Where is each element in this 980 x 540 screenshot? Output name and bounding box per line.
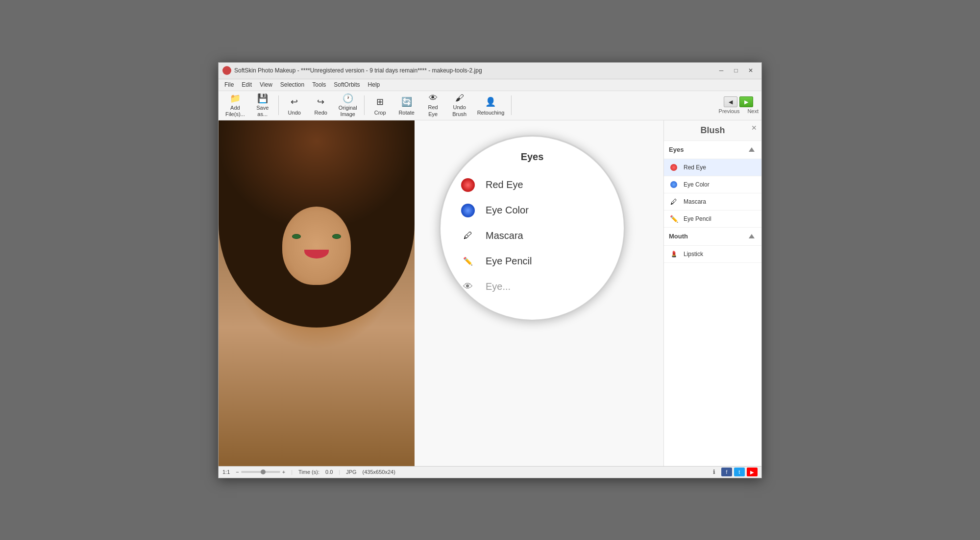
twitter-button[interactable]: t [734, 468, 745, 476]
panel-red-eye-label: Red Eye [684, 164, 706, 171]
zoom-circle: Eyes Red Eye Eye Color [439, 135, 625, 321]
eyes-collapse-button[interactable] [747, 145, 757, 155]
time-label: Time (s): [298, 469, 319, 475]
add-files-icon: 📁 [228, 93, 242, 104]
info-button[interactable]: ℹ [709, 468, 719, 476]
add-files-label: AddFile(s)... [225, 105, 245, 117]
app-icon [222, 66, 231, 75]
toolbar-separator-3 [511, 95, 512, 115]
menu-help[interactable]: Help [364, 80, 384, 89]
redo-button[interactable]: ↪ Redo [308, 93, 334, 118]
crop-label: Crop [374, 110, 386, 116]
zoom-eye-pencil-item[interactable]: ✏️ Eye Pencil [450, 249, 614, 274]
menu-tools[interactable]: Tools [308, 80, 330, 89]
zoom-red-eye-icon [460, 177, 476, 193]
menu-selection[interactable]: Selection [276, 80, 308, 89]
panel-eye-pencil-item[interactable]: ✏️ Eye Pencil [664, 211, 761, 228]
photo-canvas[interactable] [219, 120, 415, 466]
portrait-lips [304, 250, 329, 258]
time-value: 0.0 [325, 469, 333, 475]
undo-button[interactable]: ↩ Undo [282, 93, 307, 118]
save-as-button[interactable]: 💾 Saveas... [250, 93, 275, 118]
zoom-level: 1:1 [222, 469, 230, 475]
file-format: JPG [346, 469, 356, 475]
right-panel: Blush ✕ Eyes Red Eye [663, 120, 761, 466]
zoom-red-eye-item[interactable]: Red Eye [450, 172, 614, 198]
zoom-circle-inner: Eyes Red Eye Eye Color [441, 137, 624, 320]
rotate-label: Rotate [398, 110, 414, 116]
zoom-indicator: 1:1 [222, 469, 230, 475]
nav-controls: ◀ ▶ Previous Next [719, 96, 759, 114]
undo-label: Undo [288, 110, 301, 116]
main-content: Eyes Red Eye Eye Color [219, 120, 761, 466]
original-image-button[interactable]: 🕐 OriginalImage [335, 93, 361, 118]
panel-eye-pencil-label: Eye Pencil [684, 215, 711, 222]
save-as-icon: 💾 [256, 93, 270, 104]
save-as-label: Saveas... [256, 105, 269, 117]
window-title: SoftSkin Photo Makeup - ****Unregistered… [234, 67, 714, 74]
mouth-collapse-button[interactable] [747, 232, 757, 241]
panel-eye-pencil-icon: ✏️ [669, 214, 679, 224]
zoom-slider-container: − + [236, 469, 285, 475]
menu-file[interactable]: File [220, 80, 238, 89]
status-social-icons: ℹ f t ▶ [709, 468, 758, 476]
rotate-button[interactable]: 🔄 Rotate [394, 93, 419, 118]
close-button[interactable]: ✕ [744, 65, 758, 76]
panel-red-eye-icon [669, 163, 679, 172]
zoom-eye-partial-label: Eye... [486, 281, 511, 292]
crop-icon: ⊞ [373, 95, 387, 109]
panel-lipstick-item[interactable]: 💄 Lipstick [664, 246, 761, 263]
red-eye-button[interactable]: 👁 RedEye [420, 93, 446, 118]
next-label: Next [747, 108, 759, 114]
toolbar: 📁 AddFile(s)... 💾 Saveas... ↩ Undo ↪ Red… [219, 91, 761, 120]
window-controls: ─ □ ✕ [714, 65, 758, 76]
redo-icon: ↪ [314, 95, 328, 109]
crop-button[interactable]: ⊞ Crop [368, 93, 393, 118]
zoom-eye-partial-icon: 👁 [460, 279, 476, 295]
panel-mascara-item[interactable]: 🖊 Mascara [664, 193, 761, 211]
youtube-button[interactable]: ▶ [747, 468, 758, 476]
left-eye [292, 234, 301, 239]
panel-red-eye-item[interactable]: Red Eye [664, 159, 761, 176]
undo-brush-icon: 🖌 [453, 93, 466, 103]
minimize-button[interactable]: ─ [714, 65, 728, 76]
zoom-track[interactable] [241, 471, 280, 473]
eyes-section-header: Eyes [664, 141, 761, 159]
eyes-collapse-icon [749, 147, 755, 152]
small-blue-circle-icon [670, 181, 677, 188]
menu-edit[interactable]: Edit [238, 80, 256, 89]
photo-area [219, 120, 415, 466]
zoom-red-eye-label: Red Eye [486, 179, 523, 190]
mouth-section-header: Mouth [664, 228, 761, 246]
eyes-section-title: Eyes [669, 146, 684, 153]
zoom-eye-color-label: Eye Color [486, 205, 529, 216]
retouching-icon: 👤 [484, 95, 497, 109]
add-files-button[interactable]: 📁 AddFile(s)... [221, 93, 249, 118]
status-separator-1: | [291, 469, 293, 475]
zoom-mascara-icon: 🖊 [460, 228, 476, 244]
original-image-icon: 🕐 [341, 93, 355, 104]
red-circle-icon [461, 178, 475, 192]
panel-close-button[interactable]: ✕ [750, 123, 759, 132]
undo-brush-label: UndoBrush [452, 104, 466, 117]
maximize-button[interactable]: □ [729, 65, 743, 76]
menu-bar: File Edit View Selection Tools SoftOrbit… [219, 79, 761, 91]
blush-header-container: Blush ✕ [664, 120, 761, 141]
zoom-eye-pencil-label: Eye Pencil [486, 256, 532, 267]
portrait-eyes [292, 234, 341, 239]
zoom-eye-color-item[interactable]: Eye Color [450, 198, 614, 223]
facebook-button[interactable]: f [721, 468, 732, 476]
next-button[interactable]: ▶ [739, 96, 753, 107]
zoom-mascara-item[interactable]: 🖊 Mascara [450, 223, 614, 249]
retouching-button[interactable]: 👤 Retouching [473, 93, 509, 118]
menu-view[interactable]: View [256, 80, 276, 89]
nav-buttons-row: ◀ ▶ [724, 96, 753, 107]
menu-softorbits[interactable]: SoftOrbits [330, 80, 364, 89]
small-red-circle-icon [670, 164, 677, 171]
panel-lipstick-label: Lipstick [684, 251, 703, 258]
zoom-eye-partial-item[interactable]: 👁 Eye... [450, 274, 614, 300]
previous-button[interactable]: ◀ [724, 96, 737, 107]
undo-brush-button[interactable]: 🖌 UndoBrush [447, 93, 472, 118]
panel-eye-color-item[interactable]: Eye Color [664, 176, 761, 193]
mouth-collapse-icon [749, 234, 755, 238]
